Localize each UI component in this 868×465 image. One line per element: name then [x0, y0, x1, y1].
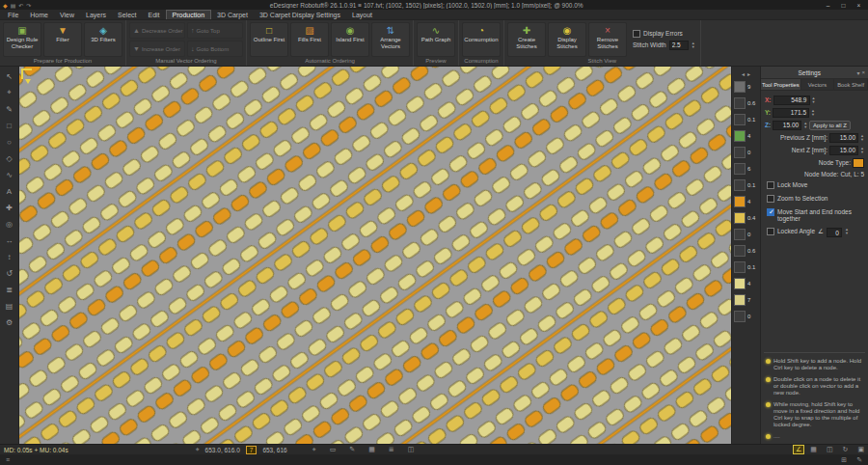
collapse-palette-icon[interactable]: ◂ — [742, 70, 745, 77]
maximize-button[interactable]: □ — [837, 2, 850, 9]
tool-icon[interactable]: □ — [2, 119, 17, 132]
settings-menu-icon[interactable]: ▾ — [856, 69, 859, 76]
locked-angle-stepper[interactable]: ▲▼ — [845, 228, 849, 235]
ribbon-button[interactable]: ▨ Fills First — [290, 22, 329, 57]
active-layer-badge[interactable]: 7 — [246, 446, 258, 454]
ribbon-button[interactable]: ◉ Island First — [331, 22, 369, 57]
tool-icon[interactable]: ↺ — [2, 266, 17, 280]
tool-icon[interactable]: ↕ — [2, 250, 17, 263]
status-view-icon[interactable]: ▦ — [810, 446, 817, 453]
ribbon-button[interactable]: ↓ Goto Bottom — [187, 41, 243, 57]
tool-icon[interactable]: ⌖ — [2, 86, 17, 99]
tool-icon[interactable]: ↖ — [2, 69, 17, 83]
palette-item[interactable]: 9 — [732, 78, 760, 95]
ribbon-button[interactable]: ▲ Decrease Order — [129, 22, 185, 39]
expand-palette-icon[interactable]: ▸ — [747, 70, 750, 77]
palette-item[interactable]: 0.6 — [732, 242, 760, 259]
menu-tab[interactable]: File — [2, 10, 24, 19]
ribbon-button[interactable]: ◉ Display Stitches — [548, 22, 586, 57]
ribbon-button[interactable]: ▣ Design Rule Checker — [3, 22, 41, 57]
ribbon-button[interactable]: ◔ Consumption — [462, 22, 501, 57]
stitch-width-stepper[interactable]: ▲▼ — [692, 41, 695, 49]
ribbon-button[interactable]: □ Outline First — [250, 22, 288, 57]
locked-angle-checkbox[interactable] — [767, 228, 774, 235]
next-z-input[interactable]: 15.00 — [829, 146, 858, 155]
menu-tab[interactable]: Layout — [346, 10, 378, 19]
move-start-end-checkbox[interactable] — [767, 208, 774, 216]
ribbon-button[interactable]: ∿ Path Graph — [417, 22, 455, 57]
x-input[interactable]: 548.9 — [773, 96, 810, 105]
angle-tool-icon[interactable]: ∠ — [793, 445, 804, 454]
ribbon-button[interactable]: ⇅ Arrange Vectors — [371, 22, 410, 57]
palette-item[interactable]: 0.6 — [732, 95, 760, 111]
status-tool-icon[interactable]: ▦ — [368, 446, 375, 453]
node-type-swatch[interactable] — [853, 158, 864, 168]
status-tool-icon[interactable]: ≣ — [389, 446, 394, 453]
tool-icon[interactable]: ≣ — [2, 283, 17, 296]
menu-tab[interactable]: Select — [112, 10, 142, 19]
tool-icon[interactable]: ◎ — [2, 217, 17, 231]
ribbon-button[interactable]: ▼ Filter — [43, 22, 82, 57]
palette-item[interactable]: 0 — [732, 308, 760, 324]
palette-item[interactable]: 0 — [732, 144, 760, 160]
palette-item[interactable]: 4 — [732, 127, 760, 144]
settings-tab[interactable]: Vectors — [801, 79, 835, 90]
locked-angle-input[interactable]: 0 — [827, 228, 842, 237]
ribbon-button[interactable]: ▼ Increase Order — [129, 41, 185, 57]
menu-tab[interactable]: Production — [166, 10, 211, 19]
undo-icon[interactable]: ↶ — [18, 2, 23, 9]
menu-tab[interactable]: Home — [24, 10, 54, 19]
palette-item[interactable]: 0.4 — [732, 209, 760, 226]
next-z-stepper[interactable]: ▲▼ — [860, 147, 864, 154]
status-tool-icon[interactable]: ⌖ — [312, 446, 316, 453]
palette-item[interactable]: 6 — [732, 160, 760, 177]
tool-icon[interactable]: ↔ — [2, 233, 17, 247]
tool-icon[interactable]: ◇ — [2, 151, 17, 165]
previous-z-stepper[interactable]: ▲▼ — [860, 134, 864, 142]
y-input[interactable]: 171.5 — [773, 108, 809, 118]
tool-icon[interactable]: ⚙ — [2, 315, 17, 329]
palette-item[interactable]: 4 — [732, 193, 760, 209]
zoom-to-selection-checkbox[interactable] — [767, 195, 774, 203]
ribbon-button[interactable]: ✚ Create Stitches — [507, 22, 546, 57]
menu-tab[interactable]: 3D Carpet Display Settings — [254, 10, 346, 19]
settings-close-icon[interactable]: × — [861, 69, 865, 75]
y-stepper[interactable]: ▲▼ — [811, 109, 815, 117]
add-view-icon[interactable]: ⊞ — [841, 456, 847, 464]
lock-move-checkbox[interactable] — [767, 181, 774, 189]
menu-tab[interactable]: Layers — [80, 10, 112, 19]
status-tool-icon[interactable]: ▭ — [330, 446, 337, 453]
menu-tab[interactable]: Edit — [143, 10, 166, 19]
redo-icon[interactable]: ↷ — [26, 2, 31, 9]
settings-tab[interactable]: Tool Properties — [761, 79, 801, 90]
tool-icon[interactable]: ∿ — [2, 168, 17, 181]
palette-item[interactable]: 7 — [732, 291, 760, 308]
menu-tab[interactable]: 3D Carpet — [211, 10, 254, 19]
z-stepper[interactable]: ▲▼ — [803, 122, 807, 129]
stitch-width-input[interactable] — [669, 41, 689, 50]
ribbon-button[interactable]: ◈ 3D Filters — [84, 22, 122, 57]
status-tool-icon[interactable]: ✎ — [349, 446, 355, 453]
status-tool-icon[interactable]: ◫ — [408, 446, 415, 453]
design-canvas[interactable] — [19, 67, 731, 444]
palette-item[interactable]: 0.1 — [732, 259, 760, 275]
apply-all-z-button[interactable]: Apply to all Z — [809, 121, 851, 130]
x-stepper[interactable]: ▲▼ — [812, 96, 816, 104]
palette-item[interactable]: 0 — [732, 226, 760, 242]
tool-icon[interactable]: ✚ — [2, 201, 17, 214]
ribbon-button[interactable]: ↑ Goto Top — [187, 22, 243, 39]
menu-tab[interactable]: View — [54, 10, 80, 19]
status-view-icon[interactable]: ◫ — [827, 446, 833, 453]
status-view-icon[interactable]: ↻ — [843, 446, 849, 453]
tool-icon[interactable]: ▤ — [2, 299, 17, 313]
display-errors-checkbox[interactable] — [633, 30, 640, 38]
annotate-pen-icon[interactable]: ✎ — [856, 456, 862, 464]
close-button[interactable]: × — [853, 2, 865, 9]
tool-icon[interactable]: A — [2, 184, 17, 198]
minimize-button[interactable]: – — [822, 2, 834, 9]
settings-tab[interactable]: Book Shelf — [834, 79, 868, 90]
palette-item[interactable]: 0.1 — [732, 111, 760, 127]
status-view-icon[interactable]: ▣ — [857, 446, 864, 453]
tool-icon[interactable]: ✎ — [2, 102, 17, 116]
z-input[interactable]: 15.00 — [773, 121, 801, 130]
